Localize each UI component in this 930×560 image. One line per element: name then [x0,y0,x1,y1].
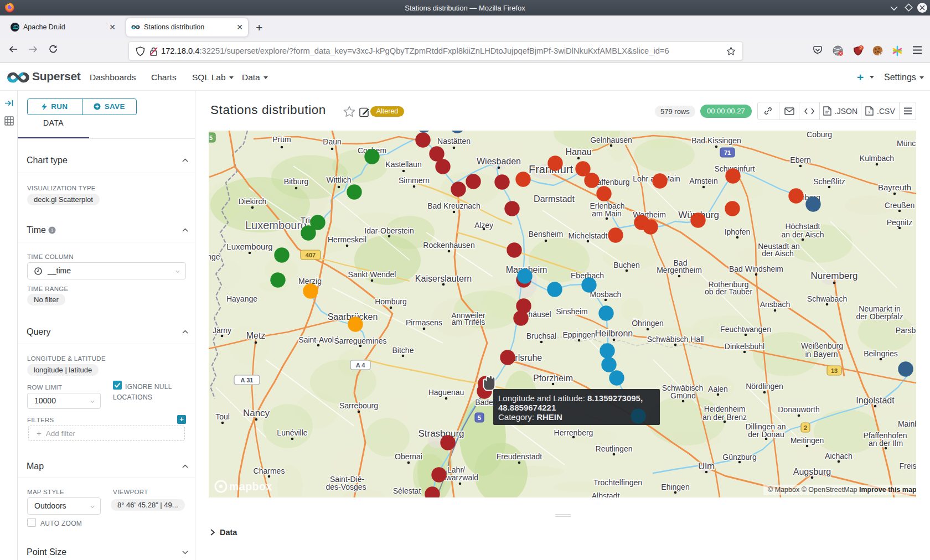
svg-text:Kaiserslautern: Kaiserslautern [415,274,472,283]
svg-text:Münch: Münch [897,139,916,148]
svg-text:Wittlich: Wittlich [326,175,351,184]
svg-text:Buchen: Buchen [613,261,639,269]
svg-text:Günzburg: Günzburg [722,453,756,462]
svg-text:Donauwörth: Donauwörth [778,405,820,414]
svg-text:Feuchtwangen: Feuchtwangen [720,325,771,334]
svg-text:Bitburg: Bitburg [284,177,308,186]
svg-text:Trochtelfingen: Trochtelfingen [593,478,642,487]
svg-text:Reutlingen: Reutlingen [596,444,633,453]
svg-text:Ingolstadt: Ingolstadt [856,396,895,405]
svg-text:Pirmasens: Pirmasens [406,318,442,327]
svg-text:Iphofen: Iphofen [725,227,751,236]
svg-text:Parsbe: Parsbe [896,326,916,335]
svg-text:Augsburg: Augsburg [793,467,831,476]
svg-text:Heidenheim: Heidenheim [704,405,746,413]
svg-text:A 4: A 4 [356,362,366,369]
svg-text:an der Brenz: an der Brenz [702,413,747,422]
svg-text:Idar-Oberstein: Idar-Oberstein [364,226,414,235]
svg-text:Homburg: Homburg [375,297,407,306]
svg-text:des-Vosges: des-Vosges [326,483,366,491]
svg-text:Darmstadt: Darmstadt [534,194,575,204]
svg-text:Kulmbach: Kulmbach [860,154,894,163]
svg-text:häusel: häusel [528,310,551,319]
svg-text:Hermeskeil: Hermeskeil [328,235,366,244]
svg-text:Bad Kissingen: Bad Kissingen [691,136,741,145]
svg-text:Saint-Avold: Saint-Avold [298,335,338,344]
svg-text:Herrenberg: Herrenberg [554,428,593,437]
svg-text:Sinsheim: Sinsheim [556,307,588,316]
svg-text:Freudenstadt: Freudenstadt [497,452,542,461]
svg-text:Daun: Daun [323,137,341,146]
svg-text:Charmes: Charmes [254,466,285,475]
svg-text:Hayange: Hayange [226,294,257,303]
svg-text:Obernai: Obernai [395,452,422,461]
svg-text:Dinkelsbühl: Dinkelsbühl [725,342,764,351]
svg-text:Strasbourg: Strasbourg [418,428,464,439]
svg-text:Jarny: Jarny [213,326,231,335]
svg-text:Lunéville: Lunéville [277,428,307,437]
svg-text:mapbox: mapbox [229,480,272,492]
svg-text:Pforzheim: Pforzheim [533,374,573,383]
svg-text:Arnstein: Arnstein [689,177,717,185]
svg-text:Bitche: Bitche [392,346,414,355]
svg-text:407: 407 [306,252,316,258]
svg-text:Coburg: Coburg [807,131,832,139]
svg-text:der Donau: der Donau [748,430,784,439]
svg-text:Schwabach: Schwabach [807,294,847,303]
svg-text:Michelstadt: Michelstadt [569,231,608,240]
svg-text:Beilngries: Beilngries [864,349,897,358]
svg-text:Diekirch: Diekirch [239,197,267,206]
svg-text:Eppingen: Eppingen [562,330,595,339]
svg-text:Sankt Wendel: Sankt Wendel [348,270,396,279]
svg-text:Nastätten: Nastätten [437,137,471,146]
svg-text:Simmern: Simmern [399,176,430,185]
svg-text:Ebern: Ebern [790,155,810,164]
svg-text:Luxembourg: Luxembourg [245,219,307,231]
svg-text:Wiesbaden: Wiesbaden [477,157,521,166]
svg-text:2: 2 [804,424,807,431]
svg-text:affenburg: affenburg [597,178,630,186]
svg-text:Nuremberg: Nuremberg [810,271,857,281]
svg-text:48.8859674221: 48.8859674221 [498,403,556,412]
svg-text:© Mapbox © OpenStreetMap Impro: © Mapbox © OpenStreetMap Improve this ma… [768,486,916,494]
svg-text:Luxembourg: Luxembourg [226,242,272,251]
svg-text:Aalen: Aalen [708,385,728,393]
svg-text:Öhringen: Öhringen [632,318,664,328]
svg-text:am Main: am Main [592,209,622,218]
svg-text:Rockenhausen: Rockenhausen [423,241,474,250]
svg-text:Ulm: Ulm [698,461,715,471]
svg-text:an der Aisch: an der Aisch [781,230,824,239]
svg-text:Gmünd: Gmünd [670,391,696,400]
svg-text:Bad Kreuznach: Bad Kreuznach [427,201,480,210]
svg-text:Scheßlitz: Scheßlitz [813,177,845,186]
svg-text:Mergentheim: Mergentheim [657,266,702,274]
svg-text:Höchstadt: Höchstadt [785,222,820,231]
svg-text:Nancy: Nancy [243,408,270,418]
svg-text:Ansbach: Ansbach [760,300,790,309]
svg-text:Haguenau: Haguenau [428,388,464,397]
svg-text:Freis: Freis [899,462,916,470]
svg-text:5: 5 [209,134,213,141]
svg-text:A 31: A 31 [241,377,254,383]
svg-text:13: 13 [831,367,838,374]
svg-text:Longitude and Latitude: 8.1359: Longitude and Latitude: 8.1359273095, [498,393,643,403]
svg-text:Bayreuth: Bayreuth [878,183,911,192]
svg-text:Ehingen: Ehingen [661,483,689,491]
svg-text:Meitingen: Meitingen [790,436,824,445]
svg-text:Bruchsal: Bruchsal [526,331,556,340]
svg-text:in Bayern: in Bayern [805,350,838,359]
svg-text:Sélestat: Sélestat [393,486,421,495]
svg-text:x: x [869,110,871,114]
svg-text:ob der Tauber: ob der Tauber [705,287,752,296]
svg-text:Sarrebourg: Sarrebourg [339,401,378,410]
svg-text:Heilbronn: Heilbronn [595,329,633,338]
svg-text:der Aisch: der Aisch [762,249,794,258]
svg-text:2: 2 [860,45,862,50]
svg-text:Pegnitz: Pegnitz [887,218,913,227]
svg-text:am Trifels: am Trifels [452,318,485,326]
svg-text:Weißenburg: Weißenburg [801,341,843,350]
svg-text:Toul: Toul [215,412,230,421]
svg-text:Category: RHEIN: Category: RHEIN [498,412,562,422]
svg-text:an der Ilm: an der Ilm [869,439,903,448]
svg-text:Bensheim: Bensheim [529,230,563,238]
